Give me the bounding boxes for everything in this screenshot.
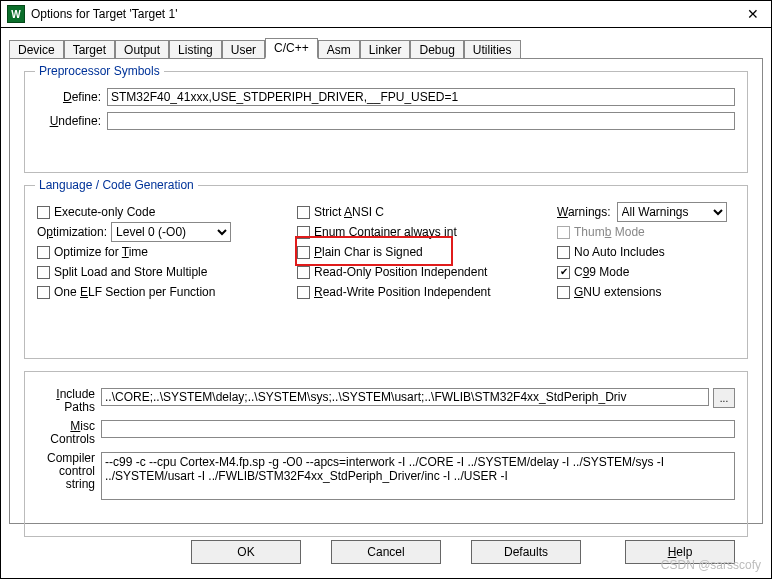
execute-only-checkbox[interactable]: Execute-only Code [37,202,297,222]
include-paths-input[interactable] [101,388,709,406]
window-title: Options for Target 'Target 1' [31,7,741,21]
include-paths-label: IncludePaths [37,388,101,414]
plain-char-checkbox[interactable]: Plain Char is Signed [297,242,557,262]
tab-device[interactable]: Device [9,40,64,59]
cancel-button[interactable]: Cancel [331,540,441,564]
group-paths: IncludePaths ... MiscControls Compilerco… [24,371,748,537]
titlebar: W Options for Target 'Target 1' ✕ [1,1,771,28]
one-elf-checkbox[interactable]: One ELF Section per Function [37,282,297,302]
warnings-label: Warnings: [557,205,617,219]
dialog-button-bar: OK Cancel Defaults Help [1,536,771,568]
tab-c-cpp[interactable]: C/C++ [265,38,318,59]
no-auto-includes-checkbox[interactable]: No Auto Includes [557,242,735,262]
defaults-button[interactable]: Defaults [471,540,581,564]
group-preprocessor: Preprocessor Symbols Define: Undefine: [24,71,748,173]
define-input[interactable] [107,88,735,106]
misc-controls-input[interactable] [101,420,735,438]
compiler-string-text[interactable]: --c99 -c --cpu Cortex-M4.fp.sp -g -O0 --… [101,452,735,500]
c99-mode-checkbox[interactable]: ✔C99 Mode [557,262,735,282]
tab-utilities[interactable]: Utilities [464,40,521,59]
tab-debug[interactable]: Debug [410,40,463,59]
help-button[interactable]: Help [625,540,735,564]
optimization-select[interactable]: Level 0 (-O0) [111,222,231,242]
tab-output[interactable]: Output [115,40,169,59]
thumb-mode-checkbox: Thumb Mode [557,222,735,242]
tab-user[interactable]: User [222,40,265,59]
tab-page-c-cpp: Preprocessor Symbols Define: Undefine: L… [9,58,763,524]
misc-controls-label: MiscControls [37,420,101,446]
gnu-ext-checkbox[interactable]: GNU extensions [557,282,735,302]
split-load-checkbox[interactable]: Split Load and Store Multiple [37,262,297,282]
tab-target[interactable]: Target [64,40,115,59]
tab-asm[interactable]: Asm [318,40,360,59]
group-codegen-legend: Language / Code Generation [35,178,198,192]
define-label: Define: [37,90,107,104]
undefine-label: Undefine: [37,114,107,128]
group-codegen: Language / Code Generation Execute-only … [24,185,748,359]
tab-listing[interactable]: Listing [169,40,222,59]
compiler-string-label: Compilercontrolstring [37,452,101,491]
ok-button[interactable]: OK [191,540,301,564]
optimize-time-checkbox[interactable]: Optimize for Time [37,242,297,262]
ro-pi-checkbox[interactable]: Read-Only Position Independent [297,262,557,282]
options-dialog: W Options for Target 'Target 1' ✕ Device… [0,0,772,579]
undefine-input[interactable] [107,112,735,130]
tab-strip: Device Target Output Listing User C/C++ … [9,37,763,59]
rw-pi-checkbox[interactable]: Read-Write Position Independent [297,282,557,302]
tab-linker[interactable]: Linker [360,40,411,59]
enum-container-checkbox[interactable]: Enum Container always int [297,222,557,242]
include-paths-browse-button[interactable]: ... [713,388,735,408]
strict-ansi-checkbox[interactable]: Strict ANSI C [297,202,557,222]
optimization-label: Optimization: [37,225,111,239]
group-preprocessor-legend: Preprocessor Symbols [35,64,164,78]
close-icon[interactable]: ✕ [741,6,765,22]
app-icon: W [7,5,25,23]
client-area: Device Target Output Listing User C/C++ … [9,37,763,524]
warnings-select[interactable]: All Warnings [617,202,727,222]
